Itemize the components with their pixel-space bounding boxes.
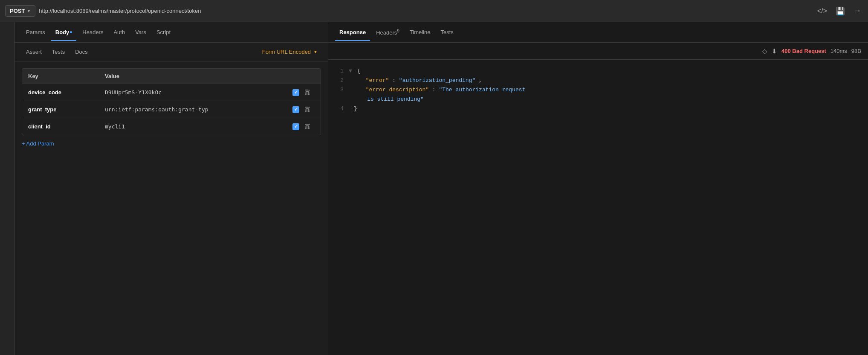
json-line-2: 2 "error" : "authorization_pending" ,: [335, 76, 861, 85]
body-dot-indicator: [70, 31, 72, 33]
response-body: 1 ▼ { 2 "error" : "authorization_pending…: [328, 60, 868, 355]
trash-icon: [304, 89, 310, 96]
json-key-error-description: "error_description": [366, 87, 429, 93]
response-tab-response[interactable]: Response: [335, 24, 370, 41]
left-tabs-row1: Params Body Headers Auth Vars Script: [15, 22, 328, 43]
response-tab-tests[interactable]: Tests: [437, 24, 458, 41]
headers-badge: 9: [397, 29, 399, 33]
params-table: Key Value device_code D9UUpr5mS-Y1X0kOc: [22, 68, 321, 135]
response-tab-headers[interactable]: Headers9: [372, 23, 404, 41]
tab-vars[interactable]: Vars: [131, 24, 150, 41]
tab-headers[interactable]: Headers: [78, 24, 107, 41]
status-badge: 400 Bad Request: [781, 48, 826, 54]
left-panel: Params Body Headers Auth Vars Script Ass…: [15, 22, 328, 355]
param-key-client-id: client_id: [22, 118, 99, 135]
delete-grant-type-button[interactable]: [304, 105, 311, 114]
tab-tests[interactable]: Tests: [48, 44, 69, 60]
response-tabs-row: Response Headers9 Timeline Tests: [328, 22, 868, 43]
body-type-selector[interactable]: Form URL Encoded ▼: [259, 47, 321, 57]
checkbox-client-id[interactable]: [292, 123, 299, 130]
json-line-3: 3 "error_description" : "The authorizati…: [335, 85, 861, 104]
json-line-1: 1 ▼ {: [335, 67, 861, 76]
body-type-label: Form URL Encoded: [262, 49, 311, 55]
param-value-client-id[interactable]: mycli1: [99, 118, 286, 135]
download-response-button[interactable]: ⬇: [772, 47, 777, 55]
params-table-area: Key Value device_code D9UUpr5mS-Y1X0kOc: [15, 61, 328, 355]
json-line-4: 4 }: [335, 104, 861, 113]
download-icon: ⬇: [772, 47, 777, 55]
secondary-tabs-left: Assert Tests Docs: [22, 44, 92, 60]
response-status-bar: ◇ ⬇ 400 Bad Request 140ms 98B: [328, 43, 868, 60]
main-content: Params Body Headers Auth Vars Script Ass…: [0, 22, 868, 355]
param-actions-client-id: [286, 118, 321, 135]
table-row: client_id mycli1: [22, 118, 321, 135]
params-table-header: Key Value: [22, 69, 321, 84]
header-value: Value: [99, 69, 286, 84]
param-actions-device-code: [286, 84, 321, 101]
table-row: device_code D9UUpr5mS-Y1X0kOc: [22, 84, 321, 101]
response-time: 140ms: [830, 48, 847, 54]
trash-icon: [304, 106, 310, 113]
tab-assert[interactable]: Assert: [22, 44, 46, 60]
checkbox-grant-type[interactable]: [292, 106, 299, 113]
tab-script[interactable]: Script: [152, 24, 175, 41]
url-input[interactable]: [39, 6, 812, 16]
send-button[interactable]: →: [852, 5, 863, 17]
json-value-error: "authorization_pending": [399, 77, 475, 84]
method-chevron-icon: ▼: [26, 9, 31, 13]
json-close-brace: }: [354, 105, 357, 112]
json-open-brace: {: [357, 68, 361, 74]
table-row: grant_type urn:ietf:params:oauth:grant-t…: [22, 101, 321, 118]
clear-response-button[interactable]: ◇: [762, 47, 767, 55]
body-type-chevron-icon: ▼: [313, 49, 318, 54]
delete-device-code-button[interactable]: [304, 88, 311, 97]
tab-params[interactable]: Params: [22, 24, 49, 41]
tab-body[interactable]: Body: [51, 24, 77, 41]
param-value-grant-type[interactable]: urn:ietf:params:oauth:grant-typ: [99, 101, 286, 118]
trash-icon: [304, 123, 310, 130]
save-button[interactable]: 💾: [834, 5, 847, 17]
json-key-error: "error": [366, 77, 389, 84]
json-collapse-toggle[interactable]: ▼: [349, 67, 352, 76]
tab-auth[interactable]: Auth: [109, 24, 129, 41]
code-icon: </>: [817, 7, 827, 15]
code-view-button[interactable]: </>: [816, 6, 829, 17]
send-icon: →: [854, 6, 861, 15]
url-bar-actions: </> 💾 →: [816, 5, 863, 17]
right-panel: Response Headers9 Timeline Tests ◇ ⬇ 400…: [328, 22, 868, 355]
tab-docs[interactable]: Docs: [71, 44, 92, 60]
method-selector[interactable]: POST ▼: [5, 5, 35, 17]
method-label: POST: [10, 8, 25, 14]
left-sidebar-strip: [0, 22, 15, 355]
header-actions: [286, 69, 321, 84]
save-icon: 💾: [836, 6, 845, 16]
param-value-device-code[interactable]: D9UUpr5mS-Y1X0kOc: [99, 84, 286, 101]
clear-icon: ◇: [762, 47, 767, 55]
left-tabs-row2: Assert Tests Docs Form URL Encoded ▼: [15, 43, 328, 61]
response-size: 98B: [851, 48, 861, 54]
param-actions-grant-type: [286, 101, 321, 118]
checkbox-device-code[interactable]: [292, 89, 299, 96]
response-tab-timeline[interactable]: Timeline: [405, 24, 435, 41]
url-bar: POST ▼ </> 💾 →: [0, 0, 868, 22]
param-key-grant-type: grant_type: [22, 101, 99, 118]
param-key-device-code: device_code: [22, 84, 99, 101]
add-param-button[interactable]: + Add Param: [22, 135, 54, 152]
header-key: Key: [22, 69, 99, 84]
delete-client-id-button[interactable]: [304, 122, 311, 131]
